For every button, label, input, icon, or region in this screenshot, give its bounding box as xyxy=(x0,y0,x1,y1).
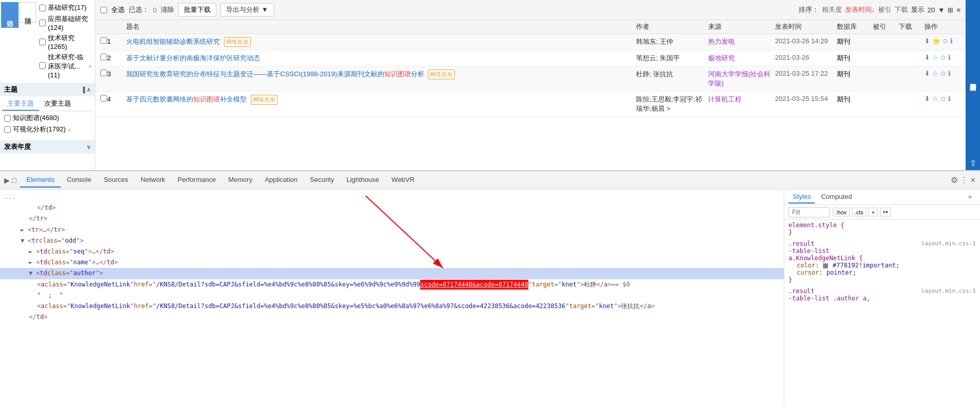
toggle-7[interactable]: ▼ xyxy=(29,268,35,278)
row-title-2[interactable]: 基于文献计量分析的南极海洋保护区研究动态 xyxy=(126,54,636,63)
code-line-10[interactable]: <a class="KnowledgeNetLink" href="/KNS8/… xyxy=(0,301,784,312)
filter-checkbox-2[interactable] xyxy=(39,20,46,26)
theme-tab-secondary[interactable]: 次要主题 xyxy=(39,97,76,111)
cited-sort[interactable]: 被引 xyxy=(878,5,891,14)
star-icon-1[interactable]: ⭐ xyxy=(932,37,940,45)
row-source-3[interactable]: 河南大学学报(社会科学版) xyxy=(708,70,775,88)
code-line-6[interactable]: ► <td class="name"> … </td> xyxy=(0,257,784,268)
tab-network[interactable]: Network xyxy=(134,173,171,188)
clear-button[interactable]: 清除 xyxy=(20,2,36,23)
download-icon-4[interactable]: ⬇ xyxy=(924,95,930,103)
tab-sources[interactable]: Sources xyxy=(97,173,134,188)
download-icon-1[interactable]: ⬇ xyxy=(924,37,930,45)
download-icon-3[interactable]: ⬇ xyxy=(924,70,930,77)
year-expand-icon[interactable]: ∨ xyxy=(87,144,91,150)
row-checkbox-2[interactable] xyxy=(100,54,107,60)
code-line-7[interactable]: ▼ <td class="author"> xyxy=(0,268,784,279)
expand-icon[interactable]: » xyxy=(89,63,92,69)
info-icon-3[interactable]: ℹ xyxy=(948,70,951,77)
quote-icon-2[interactable]: ✩ xyxy=(940,54,946,61)
add-style-button[interactable]: + xyxy=(868,208,878,216)
expand-panels-icon[interactable]: » xyxy=(964,191,976,204)
filter-checkbox-1[interactable] xyxy=(39,5,46,11)
toggle-3[interactable]: ► xyxy=(21,225,27,235)
publish-time-sort[interactable]: 发表时间↓ xyxy=(845,5,875,14)
tab-elements[interactable]: Elements xyxy=(20,173,60,188)
tab-computed[interactable]: Computed xyxy=(817,191,856,204)
filter-item[interactable]: 基础研究(17) xyxy=(39,2,92,13)
theme-filter-1[interactable]: 知识图谱(4680) xyxy=(0,112,95,124)
tab-application[interactable]: Application xyxy=(259,173,304,188)
view-grid-icon[interactable]: ⊞ xyxy=(948,6,953,14)
code-line-4[interactable]: ▼ <tr class="odd" > xyxy=(0,235,784,246)
row-title-3[interactable]: 我国研究生教育研究的分布特征与主题变迁——基于CSSCI(1998-2019)来… xyxy=(126,70,636,79)
row-checkbox-1[interactable] xyxy=(100,37,107,44)
tab-console[interactable]: Console xyxy=(61,173,98,188)
filter-checkbox-4[interactable] xyxy=(39,62,46,69)
tab-lighthouse[interactable]: Lighthouse xyxy=(340,173,386,188)
select-all-checkbox[interactable] xyxy=(100,7,107,13)
quote-icon-4[interactable]: ✩ xyxy=(940,95,946,103)
filter-item[interactable]: 技术研究-临床医学试... (11) » xyxy=(39,52,92,80)
row-checkbox-3[interactable] xyxy=(100,70,107,76)
display-down-icon[interactable]: ▼ xyxy=(938,6,945,14)
info-icon-2[interactable]: ℹ xyxy=(948,54,951,61)
tab-security[interactable]: Security xyxy=(304,173,340,188)
kn-link-4[interactable]: 知识图谱 xyxy=(193,95,220,103)
info-icon-1[interactable]: ℹ xyxy=(950,37,953,45)
row-source-1[interactable]: 热力发电 xyxy=(708,37,775,46)
batch-download-button[interactable]: 批量下载 xyxy=(178,3,216,16)
row-actions-3: ⬇ ☆ ✩ ℹ xyxy=(924,70,960,77)
cursor-icon[interactable]: ▶ xyxy=(4,176,10,184)
download-icon-2[interactable]: ⬇ xyxy=(924,54,930,61)
star-icon-3[interactable]: ☆ xyxy=(932,70,938,77)
row-title-4[interactable]: 基于四元数胶囊网络的知识图谱补全模型 网络首发 xyxy=(126,95,636,105)
inspect-icon[interactable]: □ xyxy=(12,176,16,184)
info-icon-4[interactable]: ℹ xyxy=(948,95,951,103)
filter-item[interactable]: 应用基础研究(124) xyxy=(39,13,92,32)
download-sort[interactable]: 下载 xyxy=(895,5,908,14)
view-list-icon[interactable]: ≡ xyxy=(956,6,960,14)
hov-button[interactable]: :hov xyxy=(833,208,850,216)
section-icons[interactable]: ▐ ∧ xyxy=(81,87,91,93)
theme-checkbox-2[interactable] xyxy=(4,126,11,133)
cls-button[interactable]: .cls xyxy=(852,208,867,216)
scroll-up-button[interactable]: ⇧ xyxy=(966,156,980,170)
tab-performance[interactable]: Performance xyxy=(171,173,222,188)
code-line-5[interactable]: ► <td class="seq"> … </td> xyxy=(0,246,784,257)
code-line-8[interactable]: <a class="KnowledgeNetLink" href="/KNS8/… xyxy=(0,279,784,290)
theme-label-2: 可视化分析(1792) xyxy=(13,125,66,134)
tab-webvr[interactable]: WebVR xyxy=(385,173,421,188)
clear-selected[interactable]: 清除 xyxy=(161,5,174,14)
toggle-5[interactable]: ► xyxy=(29,247,35,257)
row-title-1[interactable]: 火电机组智能辅助诊断系统研究 网络首发 xyxy=(126,37,636,47)
gear-icon[interactable]: ⚙ xyxy=(951,175,958,185)
close-icon[interactable]: ✕ xyxy=(970,176,976,184)
expand-style-button[interactable]: ↦ xyxy=(880,208,891,216)
expand-icon-2[interactable]: » xyxy=(68,126,71,132)
theme-filter-2[interactable]: 可视化分析(1792) » xyxy=(0,124,95,135)
star-icon-2[interactable]: ☆ xyxy=(932,54,938,61)
relevance-sort[interactable]: 相关度 xyxy=(822,5,842,14)
code-line-3[interactable]: ► <tr> … </tr> xyxy=(0,225,784,235)
filter-input[interactable] xyxy=(788,207,830,217)
theme-checkbox-1[interactable] xyxy=(4,115,11,122)
kn-link-3[interactable]: 知识图谱 xyxy=(384,70,411,78)
row-checkbox-4[interactable] xyxy=(100,95,107,102)
more-options-icon[interactable]: ⋮ xyxy=(960,175,968,185)
confirm-button[interactable]: 确定 xyxy=(1,2,19,28)
row-source-2[interactable]: 极地研究 xyxy=(708,54,775,63)
tab-memory[interactable]: Memory xyxy=(222,173,259,188)
trend-sidebar[interactable]: 发表年度趋势图 xyxy=(966,0,980,156)
star-icon-4[interactable]: ☆ xyxy=(932,95,938,103)
quote-icon-1[interactable]: ✩ xyxy=(942,37,948,45)
quote-icon-3[interactable]: ✩ xyxy=(940,70,946,77)
filter-checkbox-3[interactable] xyxy=(39,39,46,45)
toggle-6[interactable]: ► xyxy=(29,258,35,267)
theme-tab-primary[interactable]: 主要主题 xyxy=(2,97,39,111)
toggle-4[interactable]: ▼ xyxy=(21,236,27,246)
tab-styles[interactable]: Styles xyxy=(788,191,815,204)
filter-item[interactable]: 技术研究(1265) xyxy=(39,32,92,52)
row-source-4[interactable]: 计算机工程 xyxy=(708,95,775,104)
export-analyze-button[interactable]: 导出与分析 ▼ xyxy=(220,3,274,16)
